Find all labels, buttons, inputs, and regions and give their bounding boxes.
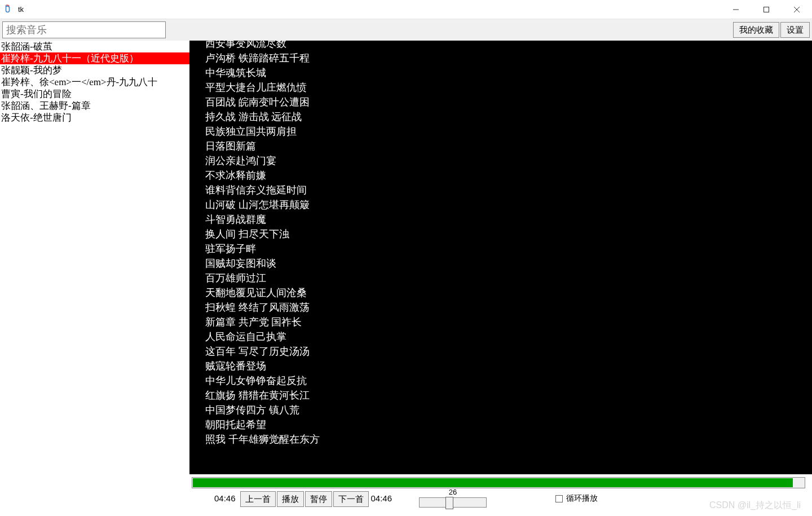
list-item[interactable]: 崔羚梓-九九八十一（近代史版） bbox=[0, 52, 189, 64]
lyric-line: 百万雄师过江 bbox=[205, 271, 812, 285]
window-title: tk bbox=[18, 5, 721, 14]
lyric-line: 照我 千年雄狮觉醒在东方 bbox=[205, 432, 812, 447]
lyric-line: 朝阳托起希望 bbox=[205, 417, 812, 432]
lyric-line: 驻军扬子畔 bbox=[205, 241, 812, 256]
list-item[interactable]: 张韶涵-破茧 bbox=[0, 41, 189, 52]
loop-label: 循环播放 bbox=[566, 493, 598, 504]
slider-thumb[interactable] bbox=[445, 497, 453, 509]
volume-slider[interactable] bbox=[419, 497, 487, 508]
total-time: 04:46 bbox=[370, 491, 396, 503]
progress-row bbox=[0, 474, 812, 489]
song-list[interactable]: 张韶涵-破茧崔羚梓-九九八十一（近代史版）张靓颖-我的梦崔羚梓、徐<em>一</… bbox=[0, 41, 189, 474]
lyric-line: 卢沟桥 铁蹄踏碎五千程 bbox=[205, 51, 812, 65]
lyric-line: 不求冰释前嫌 bbox=[205, 168, 812, 183]
pause-button[interactable]: 暂停 bbox=[305, 491, 332, 507]
lyric-line: 谁料背信弃义拖延时间 bbox=[205, 183, 812, 197]
lyric-line: 中华儿女铮铮奋起反抗 bbox=[205, 373, 812, 388]
loop-checkbox[interactable]: 循环播放 bbox=[555, 493, 598, 504]
lyric-line: 中华魂筑长城 bbox=[205, 65, 812, 80]
lyric-line: 红旗扬 猎猎在黄河长江 bbox=[205, 388, 812, 403]
lyric-line: 民族独立国共两肩担 bbox=[205, 124, 812, 139]
lyric-line: 斗智勇战群魔 bbox=[205, 212, 812, 227]
lyric-line: 新篇章 共产党 国祚长 bbox=[205, 315, 812, 329]
controls-row: 04:46 上一首 播放 暂停 下一首 04:46 26 循环播放 bbox=[0, 489, 812, 516]
lyric-line: 这百年 写尽了历史汤汤 bbox=[205, 344, 812, 359]
lyric-line: 国贼却妄图和谈 bbox=[205, 256, 812, 271]
search-input[interactable] bbox=[2, 21, 166, 38]
list-item[interactable]: 曹寅-我们的冒险 bbox=[0, 88, 189, 100]
svg-rect-1 bbox=[764, 7, 769, 12]
lyric-line: 人民命运自己执掌 bbox=[205, 329, 812, 344]
list-item[interactable]: 张靓颖-我的梦 bbox=[0, 64, 189, 76]
lyrics-pane: 西安事变风流尽数卢沟桥 铁蹄踏碎五千程中华魂筑长城平型大捷台儿庄燃仇愤百团战 皖… bbox=[189, 41, 812, 474]
slider-value: 26 bbox=[449, 488, 457, 496]
maximize-button[interactable] bbox=[751, 0, 782, 19]
lyric-line: 天翻地覆见证人间沧桑 bbox=[205, 285, 812, 300]
close-button[interactable] bbox=[782, 0, 812, 19]
lyric-line: 持久战 游击战 远征战 bbox=[205, 109, 812, 124]
lyric-line: 中国梦传四方 镇八荒 bbox=[205, 403, 812, 417]
list-item[interactable]: 洛天依-绝世唐门 bbox=[0, 112, 189, 124]
minimize-button[interactable] bbox=[721, 0, 751, 19]
play-button[interactable]: 播放 bbox=[277, 491, 304, 507]
lyric-line: 润公亲赴鸿门宴 bbox=[205, 153, 812, 168]
app-icon bbox=[3, 5, 14, 15]
lyric-line: 百团战 皖南变叶公遭困 bbox=[205, 95, 812, 109]
lyric-line: 山河破 山河怎堪再颠簸 bbox=[205, 197, 812, 212]
lyric-line: 平型大捷台儿庄燃仇愤 bbox=[205, 80, 812, 95]
list-item[interactable]: 崔羚梓、徐<em>一</em>丹-九九八十 bbox=[0, 76, 189, 88]
lyric-line: 扫秋蝗 终结了风雨激荡 bbox=[205, 300, 812, 315]
current-time: 04:46 bbox=[214, 491, 239, 503]
lyric-line: 换人间 扫尽天下浊 bbox=[205, 227, 812, 241]
lyric-line: 日落图新篇 bbox=[205, 139, 812, 153]
prev-button[interactable]: 上一首 bbox=[240, 491, 276, 507]
progress-fill bbox=[193, 478, 793, 487]
lyric-line: 西安事变风流尽数 bbox=[205, 41, 812, 51]
progress-bar[interactable] bbox=[192, 477, 805, 488]
list-item[interactable]: 张韶涵、王赫野-篇章 bbox=[0, 100, 189, 112]
titlebar: tk bbox=[0, 0, 812, 19]
checkbox-box[interactable] bbox=[555, 495, 563, 502]
next-button[interactable]: 下一首 bbox=[333, 491, 369, 507]
settings-button[interactable]: 设置 bbox=[780, 22, 810, 38]
toolbar: 我的收藏 设置 bbox=[0, 19, 812, 41]
favorites-button[interactable]: 我的收藏 bbox=[733, 22, 779, 38]
lyric-line: 贼寇轮番登场 bbox=[205, 359, 812, 373]
